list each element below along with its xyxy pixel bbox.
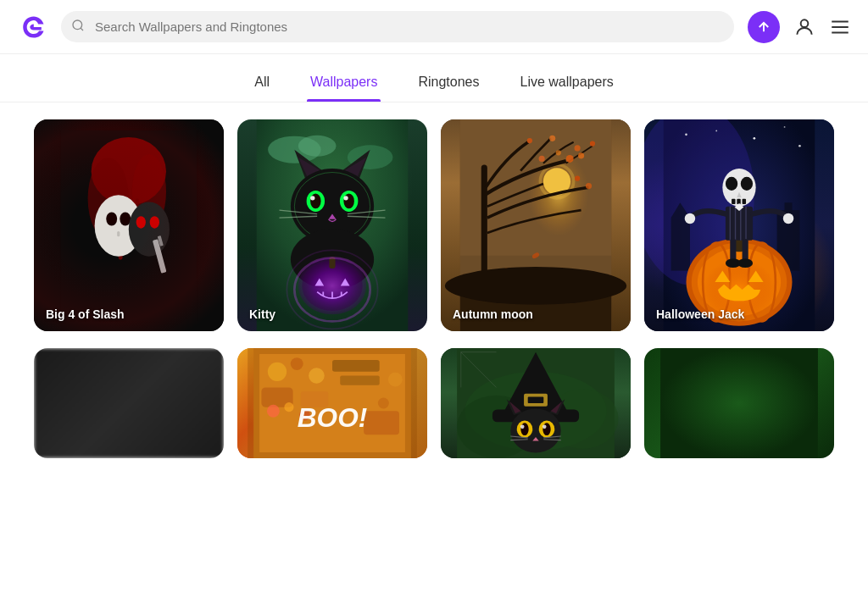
svg-point-77	[798, 145, 801, 147]
svg-point-62	[539, 156, 545, 162]
svg-point-120	[378, 398, 389, 409]
svg-point-113	[309, 368, 325, 384]
svg-rect-16	[153, 239, 167, 273]
svg-rect-123	[340, 376, 379, 385]
svg-point-31	[343, 194, 354, 209]
search-icon	[71, 19, 85, 36]
svg-point-9	[95, 195, 142, 256]
svg-point-107	[737, 258, 753, 268]
nav-tabs: All Wallpapers Ringtones Live wallpapers	[0, 54, 868, 102]
svg-rect-97	[743, 199, 746, 204]
svg-point-70	[445, 267, 626, 305]
svg-point-75	[754, 137, 756, 140]
svg-rect-104	[730, 239, 736, 262]
svg-rect-122	[332, 360, 380, 372]
svg-point-142	[542, 423, 550, 435]
svg-point-65	[575, 176, 580, 181]
svg-rect-121	[364, 411, 399, 435]
svg-rect-80	[671, 218, 690, 271]
svg-point-14	[136, 216, 146, 228]
svg-point-30	[310, 194, 321, 209]
svg-point-92	[726, 177, 737, 191]
svg-text:BOO!: BOO!	[298, 402, 367, 433]
header	[0, 0, 868, 54]
svg-point-13	[129, 202, 170, 256]
svg-point-58	[590, 141, 595, 146]
svg-rect-8	[102, 212, 104, 239]
search-container	[61, 11, 734, 42]
svg-point-109	[783, 213, 794, 224]
svg-point-63	[556, 150, 561, 155]
svg-point-117	[284, 402, 293, 412]
svg-point-11	[120, 212, 131, 225]
svg-point-59	[575, 145, 581, 151]
svg-rect-2	[61, 130, 198, 321]
svg-rect-105	[743, 239, 748, 262]
account-icon[interactable]	[793, 16, 815, 38]
svg-rect-96	[737, 199, 740, 204]
svg-point-61	[527, 138, 532, 143]
svg-point-3	[92, 137, 166, 205]
svg-rect-133	[528, 397, 544, 403]
svg-point-144	[542, 425, 547, 429]
svg-point-64	[586, 183, 592, 189]
card-autumn-moon[interactable]: Autumn moon	[441, 119, 631, 331]
logo[interactable]	[17, 12, 47, 42]
wallpaper-grid: Big 4 of Slash	[0, 102, 868, 348]
tab-ringtones[interactable]: Ringtones	[415, 68, 482, 102]
svg-point-15	[150, 216, 159, 228]
bottom-grid-row: BOO!	[0, 348, 868, 458]
svg-point-32	[310, 196, 314, 200]
svg-point-108	[685, 213, 696, 224]
svg-rect-79	[785, 202, 793, 213]
svg-point-116	[267, 405, 280, 418]
card-witch[interactable]	[441, 348, 631, 458]
svg-point-57	[578, 152, 584, 158]
tab-all[interactable]: All	[251, 68, 273, 102]
svg-point-143	[520, 425, 525, 429]
svg-rect-17	[158, 235, 164, 246]
svg-point-111	[268, 363, 287, 381]
card-kitty[interactable]: Kitty	[237, 119, 427, 331]
svg-point-33	[343, 196, 348, 200]
svg-point-93	[741, 177, 753, 191]
svg-point-112	[291, 357, 303, 370]
header-actions	[748, 11, 851, 43]
svg-rect-12	[117, 230, 120, 235]
svg-rect-95	[732, 199, 735, 204]
search-input[interactable]	[61, 11, 734, 42]
card-title-kitty: Kitty	[249, 307, 275, 321]
svg-point-4	[88, 158, 129, 239]
svg-point-56	[566, 155, 574, 163]
svg-point-119	[388, 373, 403, 387]
card-title-autumn-moon: Autumn moon	[453, 307, 533, 321]
card-halloween-jack[interactable]: Halloween Jack	[644, 119, 834, 331]
upload-button[interactable]	[748, 11, 780, 43]
svg-rect-6	[119, 205, 123, 259]
tab-live-wallpapers[interactable]: Live wallpapers	[516, 68, 616, 102]
card-boo[interactable]: BOO!	[237, 348, 427, 458]
svg-point-0	[73, 20, 82, 30]
card-big-4-of-slash[interactable]: Big 4 of Slash	[34, 119, 224, 331]
svg-point-1	[801, 19, 809, 27]
card-title-halloween-jack: Halloween Jack	[656, 307, 744, 321]
svg-point-20	[298, 136, 337, 157]
svg-point-141	[520, 423, 528, 435]
tab-wallpapers[interactable]: Wallpapers	[307, 68, 381, 102]
svg-point-10	[106, 212, 117, 225]
hamburger-menu-icon[interactable]	[829, 16, 851, 38]
svg-point-60	[549, 136, 555, 141]
svg-rect-7	[136, 198, 139, 239]
svg-point-76	[784, 126, 786, 128]
svg-rect-151	[660, 348, 818, 458]
card-title-big-4-of-slash: Big 4 of Slash	[46, 307, 125, 321]
svg-point-73	[685, 134, 687, 136]
svg-point-5	[132, 154, 166, 229]
svg-point-74	[715, 130, 717, 132]
card-green[interactable]	[644, 348, 834, 458]
card-5[interactable]	[34, 348, 224, 458]
